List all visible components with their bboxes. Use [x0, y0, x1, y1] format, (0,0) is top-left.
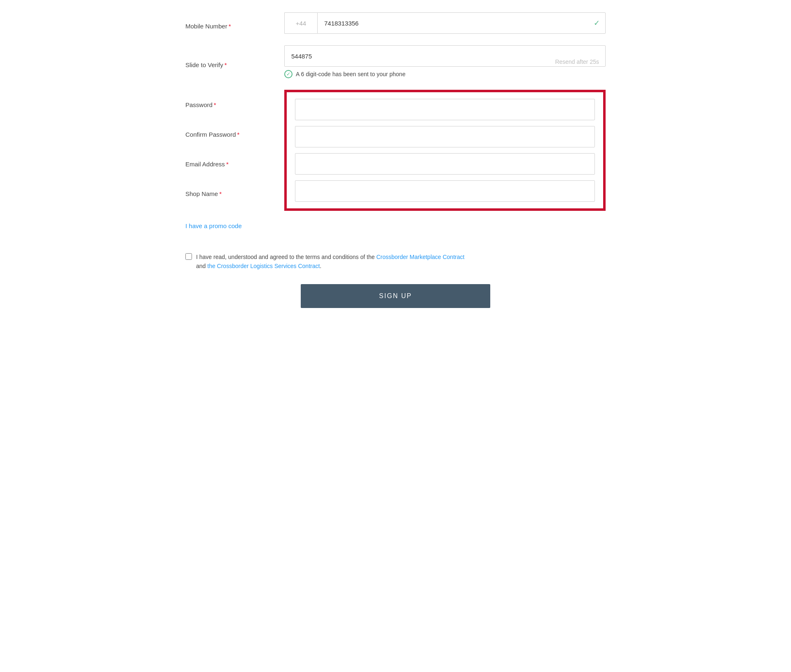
shop-name-row-label-outside: Shop Name* — [185, 179, 284, 208]
password-input[interactable] — [295, 99, 595, 120]
marketplace-contract-link[interactable]: Crossborder Marketplace Contract — [376, 254, 464, 260]
signup-button[interactable]: SIGN UP — [301, 284, 490, 308]
red-highlight-box — [284, 90, 606, 211]
password-row-label-outside: Password* — [185, 90, 284, 119]
logistics-contract-link[interactable]: the Crossborder Logistics Services Contr… — [207, 263, 320, 269]
shop-name-input[interactable] — [295, 180, 595, 202]
promo-code-row: I have a promo code — [185, 222, 606, 241]
slide-verify-row: Slide to Verify* Resend after 25s ✓ A 6 … — [185, 45, 606, 78]
labels-column: Password* Confirm Password* Email Addres… — [185, 90, 284, 211]
terms-row: I have read, understood and agreed to th… — [185, 252, 606, 271]
confirm-password-row-label-outside: Confirm Password* — [185, 119, 284, 149]
terms-checkbox[interactable] — [185, 253, 192, 260]
verify-check-circle-icon: ✓ — [284, 70, 293, 78]
mobile-number-label: Mobile Number* — [185, 17, 284, 30]
email-row-label-outside: Email Address* — [185, 149, 284, 179]
form-container: Mobile Number* +44 ✓ Slide to Verify* Re… — [169, 0, 622, 320]
phone-group: +44 — [284, 12, 606, 34]
email-input[interactable] — [295, 153, 595, 175]
promo-code-link[interactable]: I have a promo code — [185, 222, 242, 229]
verify-success-message: ✓ A 6 digit-code has been sent to your p… — [284, 70, 606, 78]
resend-timer: Resend after 25s — [555, 58, 599, 65]
signup-button-wrapper: SIGN UP — [185, 284, 606, 308]
highlighted-fields-section: Password* Confirm Password* Email Addres… — [185, 90, 606, 211]
verify-input-wrapper: Resend after 25s ✓ A 6 digit-code has be… — [284, 45, 606, 78]
slide-verify-label: Slide to Verify* — [185, 56, 284, 68]
phone-prefix: +44 — [284, 12, 317, 34]
phone-input-wrapper: +44 ✓ — [284, 12, 606, 34]
phone-verified-icon: ✓ — [594, 19, 600, 28]
confirm-password-input[interactable] — [295, 126, 595, 147]
mobile-number-row: Mobile Number* +44 ✓ — [185, 12, 606, 34]
phone-number-input[interactable] — [317, 12, 606, 34]
terms-text: I have read, understood and agreed to th… — [196, 252, 464, 271]
